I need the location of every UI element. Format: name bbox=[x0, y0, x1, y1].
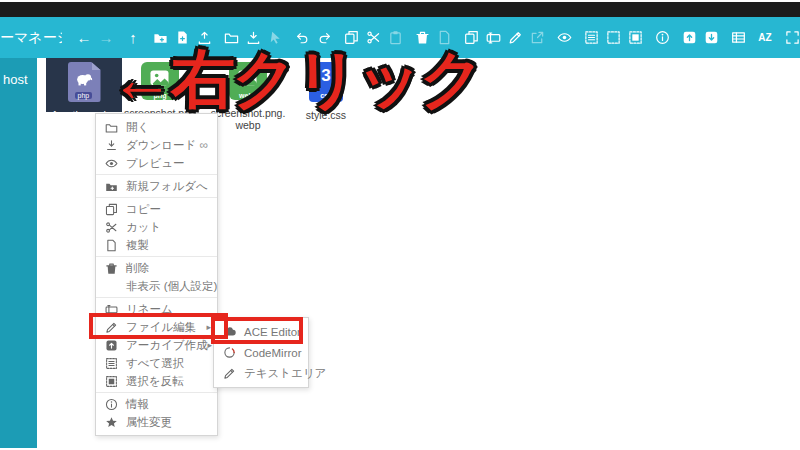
toolbar-group bbox=[583, 29, 643, 46]
select-all-icon[interactable] bbox=[583, 29, 599, 46]
menu-item-label: 情報 bbox=[126, 397, 149, 412]
menu-item-label: すべて選択 bbox=[126, 356, 184, 371]
cloud-icon bbox=[222, 325, 237, 339]
toolbar-group: AZ bbox=[757, 29, 773, 46]
submenu-arrow-icon: ▸ bbox=[208, 340, 213, 350]
sidebar-item-host[interactable]: host bbox=[0, 58, 37, 87]
menu-item-label: テキストエリア bbox=[244, 366, 326, 381]
open-in-new-icon[interactable] bbox=[529, 29, 545, 46]
menu-separator bbox=[96, 392, 217, 393]
star-icon bbox=[104, 415, 119, 429]
menu-item-change-attributes[interactable]: 属性変更 bbox=[96, 413, 217, 431]
extract-icon[interactable] bbox=[703, 29, 719, 46]
menu-item-label: ファイル編集 bbox=[126, 320, 196, 335]
php-file-icon: php bbox=[68, 62, 101, 102]
menu-item-select-all[interactable]: すべて選択 bbox=[96, 354, 217, 372]
menu-item-download[interactable]: ダウンロード∞ bbox=[96, 136, 217, 154]
menu-item-label: ACE Editor bbox=[244, 326, 301, 338]
menu-separator bbox=[96, 256, 217, 257]
menu-item-copy[interactable]: コピー bbox=[96, 200, 217, 218]
invert-selection-icon bbox=[104, 374, 119, 388]
menu-item-label: 選択を反転 bbox=[126, 374, 184, 389]
toolbar-group bbox=[784, 29, 800, 46]
toolbar-group bbox=[654, 29, 670, 46]
menu-separator bbox=[96, 297, 217, 298]
select-all-icon bbox=[104, 356, 119, 370]
menu-item-label: コピー bbox=[126, 202, 161, 217]
app-title: ーマネージャー bbox=[0, 29, 62, 47]
trash-icon bbox=[104, 261, 119, 275]
menu-item-delete[interactable]: 削除 bbox=[96, 259, 217, 277]
menu-item-label: プレビュー bbox=[126, 156, 185, 171]
pencil-icon bbox=[222, 367, 237, 381]
menu-item-preview[interactable]: プレビュー bbox=[96, 154, 217, 172]
menu-item-label: 非表示 (個人設定) bbox=[126, 279, 217, 294]
sidebar: host bbox=[0, 58, 37, 448]
menu-item-label: 削除 bbox=[126, 261, 149, 276]
menu-item-label: 複製 bbox=[126, 238, 149, 253]
pencil-icon[interactable] bbox=[507, 29, 523, 46]
folder-plus-icon bbox=[104, 179, 119, 193]
menu-item-to-new-folder[interactable]: 新規フォルダへ bbox=[96, 177, 217, 195]
sort-az-icon[interactable]: AZ bbox=[757, 29, 773, 46]
eye-icon bbox=[104, 156, 119, 170]
menu-item-create-archive[interactable]: アーカイブ作成▸ bbox=[96, 336, 217, 354]
grid-view-icon[interactable] bbox=[730, 29, 746, 46]
right-click-annotation: ←右クリック bbox=[110, 36, 482, 123]
menu-item-textarea[interactable]: テキストエリア bbox=[214, 363, 308, 384]
menu-item-hide-personal[interactable]: 非表示 (個人設定) bbox=[96, 277, 217, 295]
pencil-icon bbox=[104, 320, 119, 334]
back-icon[interactable]: ← bbox=[76, 29, 92, 46]
blank-file-icon bbox=[104, 238, 119, 252]
copy-icon bbox=[104, 202, 119, 216]
rename-icon bbox=[104, 302, 119, 316]
info-icon bbox=[104, 397, 119, 411]
archive-icon[interactable] bbox=[681, 29, 697, 46]
edit-file-submenu: ACE EditorCodeMirrorテキストエリア bbox=[213, 317, 309, 388]
link-icon: ∞ bbox=[196, 138, 211, 152]
menu-separator bbox=[96, 197, 217, 198]
archive-icon bbox=[104, 338, 119, 352]
menu-item-label: アーカイブ作成 bbox=[126, 338, 208, 353]
codemirror-icon bbox=[222, 346, 237, 360]
submenu-arrow-icon: ▸ bbox=[206, 322, 211, 332]
browser-top-strip bbox=[0, 2, 800, 17]
toolbar-group bbox=[730, 29, 746, 46]
menu-item-cut[interactable]: カット bbox=[96, 218, 217, 236]
file-manager-window: ーマネージャー ←→↑AZ host phpfunctions.phppngsc… bbox=[0, 0, 800, 450]
menu-item-ace-editor[interactable]: ACE Editor bbox=[214, 321, 308, 342]
menu-item-codemirror[interactable]: CodeMirror bbox=[214, 342, 308, 363]
menu-item-rename[interactable]: リネーム bbox=[96, 300, 217, 318]
menu-item-label: ダウンロード bbox=[126, 138, 196, 153]
menu-item-info[interactable]: 情報 bbox=[96, 395, 217, 413]
menu-item-label: リネーム bbox=[126, 302, 173, 317]
invert-selection-icon[interactable] bbox=[627, 29, 643, 46]
menu-item-duplicate[interactable]: 複製 bbox=[96, 236, 217, 254]
rename-icon[interactable] bbox=[485, 29, 501, 46]
menu-item-label: カット bbox=[126, 220, 161, 235]
menu-separator bbox=[96, 174, 217, 175]
toolbar-group: ←→ bbox=[76, 29, 114, 46]
eye-icon[interactable] bbox=[556, 29, 572, 46]
info-icon[interactable] bbox=[654, 29, 670, 46]
download-icon bbox=[104, 138, 119, 152]
menu-item-label: 属性変更 bbox=[126, 415, 172, 430]
toolbar-group bbox=[556, 29, 572, 46]
deselect-icon[interactable] bbox=[605, 29, 621, 46]
scissors-icon bbox=[104, 220, 119, 234]
context-menu: 開くダウンロード∞プレビュー新規フォルダへコピーカット複製削除非表示 (個人設定… bbox=[95, 113, 218, 436]
fullscreen-icon[interactable] bbox=[784, 29, 800, 46]
toolbar-group bbox=[681, 29, 719, 46]
menu-item-label: 新規フォルダへ bbox=[126, 179, 208, 194]
menu-item-label: CodeMirror bbox=[244, 347, 302, 359]
menu-item-invert-selection[interactable]: 選択を反転 bbox=[96, 372, 217, 390]
menu-item-edit-file[interactable]: ファイル編集▸ bbox=[96, 318, 217, 336]
